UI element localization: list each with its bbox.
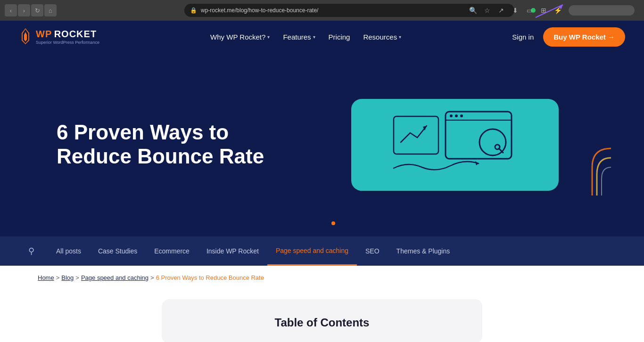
blog-nav-themes-plugins[interactable]: Themes & Plugins bbox=[388, 236, 459, 266]
blog-nav-case-studies[interactable]: Case Studies bbox=[90, 236, 146, 266]
nav-why-link[interactable]: Why WP Rocket? ▾ bbox=[210, 33, 270, 41]
blog-nav-inside-wprocket[interactable]: Inside WP Rocket bbox=[198, 236, 267, 266]
bookmark-button[interactable]: ☆ bbox=[481, 4, 493, 16]
toc-card: Table of Contents bbox=[162, 299, 482, 342]
browser-chrome: ‹ › ↻ ⌂ 🔒 wp-rocket.me/blog/how-to-reduc… bbox=[0, 0, 644, 21]
breadcrumb-current: 6 Proven Ways to Reduce Bounce Rate bbox=[156, 274, 264, 281]
nav-resources-link[interactable]: Resources ▾ bbox=[363, 33, 401, 41]
logo-rocket-text: ROCKET bbox=[54, 29, 97, 39]
url-text: wp-rocket.me/blog/how-to-reduce-bounce-r… bbox=[201, 7, 509, 14]
search-icon[interactable]: ⚲ bbox=[28, 246, 34, 256]
back-button[interactable]: ‹ bbox=[5, 4, 17, 16]
svg-point-9 bbox=[460, 114, 463, 117]
decorative-corner bbox=[517, 101, 611, 195]
share-button[interactable]: ↗ bbox=[495, 4, 507, 16]
blog-nav-items: All posts Case Studies Ecommerce Inside … bbox=[48, 236, 458, 266]
site-navigation: WP ROCKET Superior WordPress Performance… bbox=[0, 21, 644, 53]
chevron-down-icon: ▾ bbox=[399, 34, 401, 40]
hero-illustration bbox=[384, 107, 526, 182]
zoom-button[interactable]: 🔍 bbox=[467, 4, 479, 16]
logo-rocket-icon bbox=[19, 28, 32, 45]
blog-nav: ⚲ All posts Case Studies Ecommerce Insid… bbox=[0, 236, 644, 266]
blog-nav-ecommerce[interactable]: Ecommerce bbox=[146, 236, 198, 266]
hero-text-area: 6 Proven Ways to Reduce Bounce Rate bbox=[57, 121, 304, 168]
chevron-down-icon: ▾ bbox=[313, 34, 315, 40]
nav-links: Why WP Rocket? ▾ Features ▾ Pricing Reso… bbox=[210, 33, 401, 41]
breadcrumb-sep-3: > bbox=[150, 274, 154, 281]
nav-pricing-link[interactable]: Pricing bbox=[329, 33, 350, 41]
forward-button[interactable]: › bbox=[18, 4, 30, 16]
home-button[interactable]: ⌂ bbox=[44, 4, 57, 16]
toc-title: Table of Contents bbox=[181, 316, 463, 329]
hero-section: 6 Proven Ways to Reduce Bounce Rate bbox=[0, 53, 644, 236]
address-bar[interactable]: 🔒 wp-rocket.me/blog/how-to-reduce-bounce… bbox=[184, 4, 514, 17]
blog-nav-seo[interactable]: SEO bbox=[357, 236, 388, 266]
hero-image-area bbox=[304, 99, 606, 191]
download-button[interactable]: ⬇ bbox=[509, 4, 521, 16]
nav-features-link[interactable]: Features ▾ bbox=[283, 33, 315, 41]
breadcrumb-sep-1: > bbox=[56, 274, 60, 281]
buy-button[interactable]: Buy WP Rocket → bbox=[543, 27, 625, 47]
logo-tagline: Superior WordPress Performance bbox=[36, 40, 99, 45]
nav-right: Sign in Buy WP Rocket → bbox=[512, 27, 625, 47]
blog-nav-page-speed[interactable]: Page speed and caching bbox=[267, 236, 357, 266]
svg-point-7 bbox=[450, 114, 453, 117]
grid-button[interactable]: ⊞ bbox=[537, 4, 550, 16]
profile-area[interactable] bbox=[569, 5, 635, 16]
svg-point-8 bbox=[455, 114, 458, 117]
svg-marker-15 bbox=[475, 161, 479, 165]
breadcrumb: Home > Blog > Page speed and caching > 6… bbox=[0, 266, 644, 290]
svg-rect-13 bbox=[394, 116, 438, 154]
site-logo[interactable]: WP ROCKET Superior WordPress Performance bbox=[19, 28, 99, 45]
sign-in-link[interactable]: Sign in bbox=[512, 33, 534, 41]
breadcrumb-sep-2: > bbox=[75, 274, 79, 281]
extensions-button[interactable]: ⚡ bbox=[552, 4, 564, 16]
screen-button[interactable]: ▭ bbox=[523, 4, 536, 16]
website: WP ROCKET Superior WordPress Performance… bbox=[0, 21, 644, 342]
hero-title: 6 Proven Ways to Reduce Bounce Rate bbox=[57, 121, 304, 168]
logo-wp: WP bbox=[36, 29, 52, 39]
blog-nav-all-posts[interactable]: All posts bbox=[48, 236, 90, 266]
content-area: Table of Contents bbox=[0, 290, 644, 342]
refresh-button[interactable]: ↻ bbox=[31, 4, 43, 16]
decorative-dot bbox=[331, 221, 335, 225]
breadcrumb-home[interactable]: Home bbox=[38, 274, 54, 281]
chevron-down-icon: ▾ bbox=[267, 34, 270, 40]
breadcrumb-category[interactable]: Page speed and caching bbox=[81, 274, 149, 281]
breadcrumb-blog[interactable]: Blog bbox=[61, 274, 74, 281]
